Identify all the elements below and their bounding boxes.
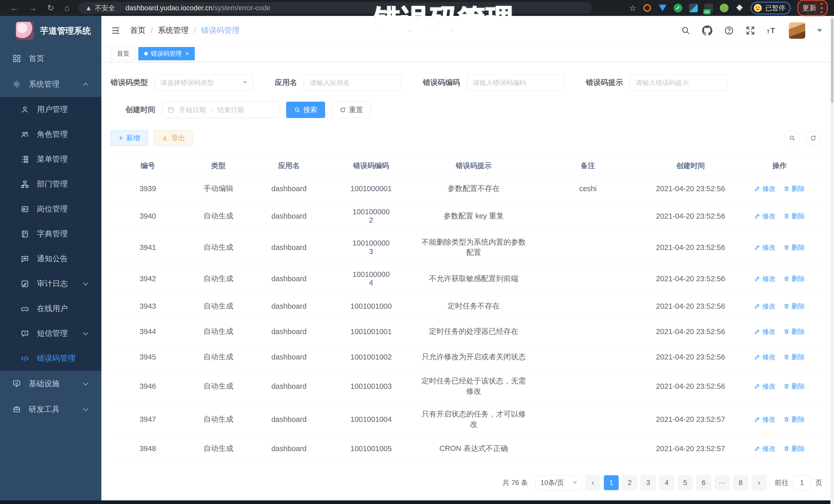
page-button-8[interactable]: 8 [733, 475, 748, 490]
home-icon[interactable]: ⌂ [64, 4, 69, 12]
browser-update-button[interactable]: 更新 ••• [797, 0, 828, 16]
refresh-table-button[interactable] [806, 131, 821, 146]
bookmark-star-icon[interactable]: ☆ [629, 4, 636, 13]
extension-green-icon[interactable]: ✓ [674, 4, 682, 12]
page-scrollbar[interactable] [830, 16, 834, 504]
page-button-4[interactable]: 4 [659, 475, 674, 490]
sidebar-item-depts[interactable]: 部门管理 [0, 172, 101, 197]
sidebar-item-sms[interactable]: 短信管理 [0, 321, 101, 346]
sidebar-item-notice[interactable]: 通知公告 [0, 246, 101, 271]
search-button[interactable]: 搜索 [286, 102, 325, 118]
back-icon[interactable]: ← [10, 4, 19, 12]
github-icon[interactable] [702, 25, 712, 36]
tag-home[interactable]: 首页 [111, 47, 135, 60]
trash-icon [784, 213, 790, 219]
delete-link[interactable]: 删除 [784, 302, 805, 311]
tag-error-code[interactable]: 错误码管理 × [138, 47, 195, 60]
delete-link[interactable]: 删除 [784, 212, 805, 221]
caret-down-icon[interactable] [817, 29, 822, 32]
delete-link[interactable]: 删除 [784, 327, 805, 336]
edit-link[interactable]: 修改 [754, 353, 776, 361]
edit-link[interactable]: 修改 [754, 327, 776, 336]
export-button[interactable]: 导出 [154, 130, 193, 146]
extension-grid-icon[interactable] [689, 4, 698, 12]
chevron-down-icon [83, 380, 88, 386]
delete-link[interactable]: 删除 [784, 274, 805, 283]
extension-orange-icon[interactable] [643, 4, 652, 12]
user-avatar[interactable] [789, 22, 805, 39]
kebab-menu-icon[interactable]: ••• [820, 2, 823, 14]
security-label[interactable]: 不安全 [95, 4, 115, 13]
edit-link[interactable]: 修改 [754, 243, 776, 252]
sidebar-item-roles[interactable]: 角色管理 [0, 122, 101, 147]
sidebar-item-dev-tools[interactable]: 研发工具 [0, 396, 101, 422]
page-size-select[interactable]: 10条/页 [535, 475, 582, 490]
trash-icon [784, 303, 790, 309]
breadcrumb-home[interactable]: 首页 [130, 25, 146, 36]
reset-button[interactable]: 重置 [332, 102, 371, 118]
sidebar-item-dict[interactable]: 字典管理 [0, 221, 101, 246]
font-size-icon[interactable]: TT [767, 26, 777, 35]
extensions-puzzle-icon[interactable] [735, 4, 744, 12]
search-icon[interactable] [681, 26, 690, 35]
delete-link[interactable]: 删除 [784, 353, 805, 361]
sidebar-item-posts[interactable]: 岗位管理 [0, 197, 101, 221]
goto-page-input[interactable] [792, 475, 812, 490]
extension-key-icon[interactable] [720, 4, 728, 12]
error-hint-input[interactable] [630, 74, 727, 91]
sidebar-item-users[interactable]: 用户管理 [0, 97, 101, 122]
add-button[interactable]: + 新增 [111, 130, 148, 146]
delete-link[interactable]: 删除 [784, 243, 805, 252]
org-chart-icon [21, 180, 29, 189]
sidebar-item-audit-log[interactable]: 审计日志 [0, 271, 101, 296]
cell-app: dashboard [252, 231, 326, 264]
date-range-picker[interactable]: 开始日期 - 结束日期 [162, 102, 280, 118]
help-icon[interactable] [724, 26, 734, 36]
page-button-3[interactable]: 3 [641, 475, 656, 490]
toggle-search-button[interactable] [785, 131, 799, 146]
sidebar-item-error-code[interactable]: 错误码管理 [0, 346, 101, 371]
sidebar-item-infra[interactable]: 基础设施 [0, 371, 101, 396]
chevron-down-icon [83, 406, 88, 411]
app-name-input[interactable] [304, 74, 401, 91]
forward-icon[interactable]: → [29, 4, 37, 12]
table-row: 3947 自动生成 dashboard 1001001004 只有开启状态的任务… [111, 403, 822, 436]
delete-link[interactable]: 删除 [784, 382, 805, 391]
page-button-5[interactable]: 5 [678, 475, 693, 490]
profile-paused-badge[interactable]: 已暂停 [751, 2, 791, 14]
edit-link[interactable]: 修改 [754, 382, 776, 391]
sidebar-item-home[interactable]: 首页 [0, 46, 101, 71]
edit-link[interactable]: 修改 [754, 415, 776, 424]
close-icon[interactable]: × [185, 50, 189, 57]
table-body: 3939 手动编辑 dashboard 1001000001 参数配置不存在 c… [111, 176, 822, 461]
error-code-input[interactable] [467, 74, 564, 91]
edit-link[interactable]: 修改 [754, 302, 776, 311]
extension-onoff-icon[interactable]: on [704, 4, 713, 12]
page-button-1[interactable]: 1 [604, 475, 619, 490]
edit-link[interactable]: 修改 [754, 444, 776, 453]
sidebar-item-menus[interactable]: 菜单管理 [0, 147, 101, 172]
edit-link[interactable]: 修改 [754, 212, 776, 221]
sidebar-item-system[interactable]: 系统管理 [0, 71, 101, 97]
table-header-row: 编号 类型 应用名 错误码编码 错误码提示 备注 创建时间 操作 [111, 156, 822, 176]
sidebar-item-online-users[interactable]: 在线用户 [0, 296, 101, 321]
breadcrumb-system[interactable]: 系统管理 [158, 25, 189, 36]
page-button-6[interactable]: 6 [696, 475, 711, 490]
extension-gem-icon[interactable] [658, 4, 667, 12]
page-button-2[interactable]: 2 [622, 475, 637, 490]
edit-link[interactable]: 修改 [754, 184, 776, 193]
scrollbar-thumb[interactable] [831, 19, 833, 103]
delete-link[interactable]: 删除 [784, 184, 805, 193]
edit-link[interactable]: 修改 [754, 274, 776, 283]
address-bar[interactable]: ▲ 不安全 dashboard.yudao.iocoder.cn/system/… [79, 2, 592, 14]
prev-page-button[interactable]: ‹ [585, 475, 600, 490]
cell-code: 100100000 3 [326, 231, 416, 264]
delete-link[interactable]: 删除 [784, 415, 805, 424]
next-page-button[interactable]: › [752, 475, 767, 490]
hamburger-icon[interactable] [111, 26, 120, 35]
delete-link[interactable]: 删除 [784, 444, 805, 453]
page-ellipsis[interactable]: ··· [715, 475, 729, 490]
fullscreen-icon[interactable] [746, 26, 755, 35]
error-type-select[interactable]: 请选择错误码类型 [154, 74, 253, 91]
reload-icon[interactable]: ↻ [47, 4, 54, 12]
